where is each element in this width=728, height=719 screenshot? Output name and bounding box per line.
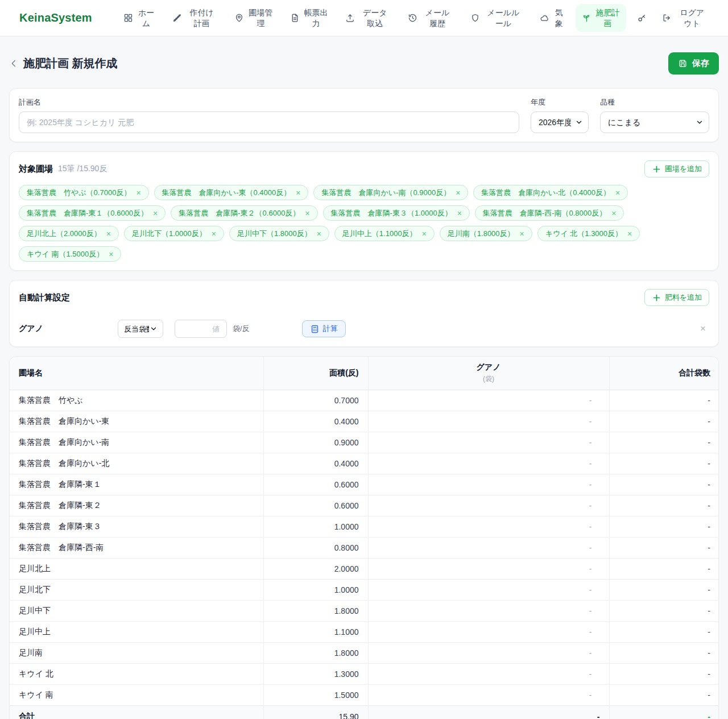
table-row: キウイ 北 1.3000 - - xyxy=(10,664,719,685)
field-tag[interactable]: 集落営農 倉庫向かい-南（0.9000反） × xyxy=(313,185,468,200)
tag-remove-icon[interactable]: × xyxy=(627,230,632,238)
field-tag[interactable]: 集落営農 倉庫隣-東１（0.6000反） × xyxy=(19,205,166,221)
tag-remove-icon[interactable]: × xyxy=(456,189,460,197)
nav-item[interactable]: メールルール xyxy=(464,4,529,31)
target-fields-summary: 15筆 /15.90反 xyxy=(58,164,107,174)
field-name-cell: 集落営農 倉庫隣-東１ xyxy=(10,474,263,495)
total-bags-cell: - xyxy=(609,453,719,474)
field-name-cell: キウイ 南 xyxy=(10,685,263,706)
field-tag[interactable]: 足川中上（1.1000反） × xyxy=(334,226,435,241)
area-cell: 0.4000 xyxy=(263,411,368,432)
table-row: 足川北上 2.0000 - - xyxy=(10,559,719,580)
total-bags-cell: - xyxy=(609,601,719,622)
field-tag[interactable]: 足川北上（2.0000反） × xyxy=(19,226,119,241)
field-tag[interactable]: 足川南（1.8000反） × xyxy=(440,226,532,241)
area-cell: 1.0000 xyxy=(263,580,368,601)
remove-fertilizer-icon[interactable]: × xyxy=(700,323,709,334)
guano-cell[interactable]: - xyxy=(368,601,609,622)
col-header-total: 合計袋数 xyxy=(609,357,719,390)
field-name-cell: 集落営農 竹やぶ xyxy=(10,390,263,411)
guano-cell[interactable]: - xyxy=(368,685,609,706)
nav-item[interactable]: 帳票出力 xyxy=(284,4,334,31)
field-tag[interactable]: キウイ 北（1.3000反） × xyxy=(537,226,640,241)
tag-remove-icon[interactable]: × xyxy=(611,209,616,217)
tag-remove-icon[interactable]: × xyxy=(422,230,427,238)
guano-cell[interactable]: - xyxy=(368,664,609,685)
tag-remove-icon[interactable]: × xyxy=(615,189,620,197)
variety-select[interactable]: にこまる xyxy=(600,111,709,133)
guano-cell[interactable]: - xyxy=(368,643,609,664)
nav-item[interactable]: 圃場管理 xyxy=(228,4,279,31)
total-bags-cell: - xyxy=(609,495,719,516)
table-row: キウイ 南 1.5000 - - xyxy=(10,685,719,706)
tag-remove-icon[interactable]: × xyxy=(520,230,524,238)
guano-cell[interactable]: - xyxy=(368,432,609,453)
field-tag[interactable]: キウイ 南（1.5000反） × xyxy=(19,246,121,262)
nav-item[interactable]: 施肥計画 xyxy=(576,4,626,31)
field-tag[interactable]: 集落営農 倉庫向かい-東（0.4000反） × xyxy=(154,185,309,200)
total-bags-cell: - xyxy=(609,643,719,664)
tag-remove-icon[interactable]: × xyxy=(136,189,140,197)
table-row: 集落営農 倉庫隣-東１ 0.6000 - - xyxy=(10,474,719,495)
guano-cell[interactable]: - xyxy=(368,390,609,411)
field-tag[interactable]: 足川中下（1.8000反） × xyxy=(229,226,329,241)
field-tag[interactable]: 集落営農 倉庫隣-東３（1.0000反） × xyxy=(323,205,470,221)
nav-item[interactable]: メール履歴 xyxy=(402,4,460,31)
tag-remove-icon[interactable]: × xyxy=(212,230,216,238)
save-button[interactable]: 保存 xyxy=(668,52,719,75)
history-clock-icon xyxy=(408,13,417,23)
nav-item[interactable]: データ取込 xyxy=(339,4,397,31)
guano-cell[interactable]: - xyxy=(368,495,609,516)
nav-item[interactable]: ログアウト xyxy=(656,4,714,31)
guano-cell[interactable]: - xyxy=(368,411,609,432)
brand-logo[interactable]: KeinaSystem xyxy=(19,11,92,24)
nav-item[interactable]: 気象 xyxy=(533,4,571,31)
guano-cell[interactable]: - xyxy=(368,538,609,559)
col-header-area: 面積(反) xyxy=(263,357,368,390)
guano-cell[interactable]: - xyxy=(368,559,609,580)
tag-remove-icon[interactable]: × xyxy=(317,230,321,238)
field-tag[interactable]: 集落営農 倉庫向かい-北（0.4000反） × xyxy=(473,185,628,200)
area-cell: 2.0000 xyxy=(263,559,368,580)
back-button[interactable] xyxy=(9,59,19,68)
footer-area: 15.90 xyxy=(263,706,368,719)
calc-value-input[interactable] xyxy=(175,320,227,338)
tag-remove-icon[interactable]: × xyxy=(109,250,113,258)
guano-cell[interactable]: - xyxy=(368,580,609,601)
guano-cell[interactable]: - xyxy=(368,453,609,474)
tag-remove-icon[interactable]: × xyxy=(305,209,309,217)
tag-remove-icon[interactable]: × xyxy=(457,209,462,217)
field-name-cell: 集落営農 倉庫向かい-南 xyxy=(10,432,263,453)
page-header: 施肥計画 新規作成 保存 xyxy=(9,36,719,88)
tag-remove-icon[interactable]: × xyxy=(296,189,300,197)
calc-method-select[interactable]: 反当袋数 xyxy=(118,320,163,338)
nav-item[interactable] xyxy=(631,10,651,26)
year-select[interactable]: 2026年度 xyxy=(531,111,589,133)
nav-item[interactable]: ホーム xyxy=(117,4,162,31)
tag-remove-icon[interactable]: × xyxy=(153,209,158,217)
add-fertilizer-button[interactable]: 肥料を追加 xyxy=(644,289,709,306)
field-name-cell: 集落営農 倉庫向かい-東 xyxy=(10,411,263,432)
total-bags-cell: - xyxy=(609,685,719,706)
field-name-cell: 集落営農 倉庫隣-西-南 xyxy=(10,538,263,559)
field-tag[interactable]: 集落営農 竹やぶ（0.7000反） × xyxy=(19,185,149,200)
top-nav: KeinaSystem ホーム 作付け計画 圃場管理 帳票出力 xyxy=(0,0,728,36)
total-bags-cell: - xyxy=(609,538,719,559)
total-bags-cell: - xyxy=(609,559,719,580)
area-cell: 0.6000 xyxy=(263,495,368,516)
shield-icon xyxy=(470,13,480,23)
guano-cell[interactable]: - xyxy=(368,622,609,643)
unit-label: 袋/反 xyxy=(233,324,250,334)
field-name-cell: 足川南 xyxy=(10,643,263,664)
add-field-button[interactable]: 圃場を追加 xyxy=(644,160,709,177)
guano-cell[interactable]: - xyxy=(368,474,609,495)
field-tag[interactable]: 集落営農 倉庫隣-西-南（0.8000反） × xyxy=(475,205,624,221)
calculate-button[interactable]: 計算 xyxy=(302,320,346,337)
plan-name-input[interactable] xyxy=(19,111,519,133)
field-tag[interactable]: 足川北下（1.0000反） × xyxy=(124,226,224,241)
guano-cell[interactable]: - xyxy=(368,516,609,538)
cloud-icon xyxy=(540,13,549,23)
field-tag[interactable]: 集落営農 倉庫隣-東２（0.6000反） × xyxy=(171,205,317,221)
tag-remove-icon[interactable]: × xyxy=(106,230,111,238)
nav-item[interactable]: 作付け計画 xyxy=(166,4,224,31)
